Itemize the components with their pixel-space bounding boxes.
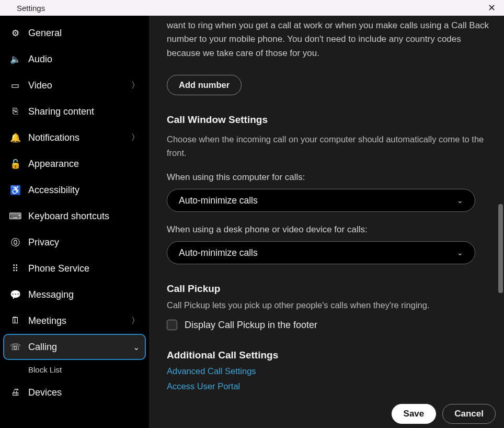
sidebar-item-label: Meetings	[28, 316, 124, 326]
keyboard-icon: ⌨	[9, 211, 21, 222]
call-pickup-heading: Call Pickup	[167, 283, 490, 295]
sidebar-item-label: Phone Service	[28, 263, 140, 274]
sidebar-item-audio[interactable]: 🔈 Audio	[3, 46, 146, 72]
body: ⚙ General 🔈 Audio ▭ Video 〉 ⎘ Sharing co…	[0, 16, 504, 428]
sidebar-item-phone-service[interactable]: ⠿ Phone Service	[3, 255, 146, 281]
cancel-button[interactable]: Cancel	[442, 404, 496, 424]
call-window-settings-heading: Call Window Settings	[167, 114, 490, 126]
sidebar: ⚙ General 🔈 Audio ▭ Video 〉 ⎘ Sharing co…	[0, 16, 149, 428]
calendar-icon: 🗓	[9, 316, 21, 326]
display-call-pickup-checkbox[interactable]	[167, 320, 177, 330]
chevron-down-icon: ⌄	[457, 196, 463, 205]
computer-calls-label: When using this computer for calls:	[167, 172, 490, 183]
titlebar: Settings ✕	[0, 0, 504, 16]
sidebar-item-notifications[interactable]: 🔔 Notifications 〉	[3, 125, 146, 151]
additional-call-settings-heading: Additional Call Settings	[167, 350, 490, 361]
sidebar-item-label: Sharing content	[28, 106, 140, 117]
add-number-button[interactable]: Add number	[167, 75, 242, 95]
deskphone-calls-select[interactable]: Auto-minimize calls ⌄	[167, 241, 475, 264]
window-title: Settings	[17, 4, 45, 13]
sidebar-item-label: Messaging	[28, 289, 140, 300]
sidebar-item-appearance[interactable]: 🔓 Appearance	[3, 151, 146, 177]
sidebar-item-privacy[interactable]: ⓪ Privacy	[3, 229, 146, 255]
close-icon[interactable]: ✕	[485, 2, 499, 14]
sidebar-item-accessibility[interactable]: ♿ Accessibility	[3, 177, 146, 203]
call-pickup-desc: Call Pickup lets you pick up other peopl…	[167, 299, 490, 312]
sidebar-item-label: Notifications	[28, 132, 124, 143]
intro-text: want to ring when you get a call at work…	[167, 19, 490, 60]
phone-icon: ☏	[9, 342, 21, 353]
sidebar-item-label: Appearance	[28, 159, 140, 170]
deskphone-calls-label: When using a desk phone or video device …	[167, 224, 490, 235]
chevron-right-icon: 〉	[131, 132, 140, 143]
chevron-down-icon: ⌄	[133, 342, 140, 352]
chevron-right-icon: 〉	[131, 80, 140, 91]
sidebar-item-label: Privacy	[28, 237, 140, 248]
sidebar-item-keyboard-shortcuts[interactable]: ⌨ Keyboard shortcuts	[3, 203, 146, 229]
video-icon: ▭	[9, 80, 21, 91]
sidebar-item-label: Accessibility	[28, 185, 140, 196]
share-icon: ⎘	[9, 106, 21, 117]
call-window-settings-desc: Choose when the incoming call on your co…	[167, 133, 490, 160]
main-scroll[interactable]: want to ring when you get a call at work…	[149, 16, 504, 402]
main-panel: want to ring when you get a call at work…	[149, 16, 504, 428]
sidebar-item-meetings[interactable]: 🗓 Meetings 〉	[3, 308, 146, 334]
privacy-icon: ⓪	[9, 236, 21, 249]
computer-calls-select[interactable]: Auto-minimize calls ⌄	[167, 189, 475, 212]
lock-icon: 🔓	[9, 159, 21, 170]
select-value: Auto-minimize calls	[179, 195, 258, 206]
chevron-right-icon: 〉	[131, 316, 140, 326]
sidebar-item-label: Audio	[28, 54, 140, 65]
sidebar-item-label: Calling	[28, 342, 125, 353]
save-button[interactable]: Save	[392, 404, 437, 424]
sidebar-item-label: General	[28, 28, 140, 39]
sidebar-item-sharing-content[interactable]: ⎘ Sharing content	[3, 98, 146, 125]
display-call-pickup-row[interactable]: Display Call Pickup in the footer	[167, 320, 490, 331]
bell-icon: 🔔	[9, 132, 21, 143]
sidebar-subitem-block-list[interactable]: Block List	[3, 360, 146, 379]
chat-icon: 💬	[9, 289, 21, 300]
speaker-icon: 🔈	[9, 54, 21, 65]
accessibility-icon: ♿	[9, 185, 21, 196]
link-advanced-call-settings[interactable]: Advanced Call Settings	[167, 366, 490, 376]
sidebar-item-devices[interactable]: 🖨 Devices	[3, 379, 146, 406]
sidebar-item-calling[interactable]: ☏ Calling ⌄	[3, 334, 146, 360]
dialpad-icon: ⠿	[9, 263, 21, 274]
footer: Save Cancel	[149, 402, 504, 428]
devices-icon: 🖨	[9, 387, 21, 398]
gear-icon: ⚙	[9, 28, 21, 39]
sidebar-item-messaging[interactable]: 💬 Messaging	[3, 281, 146, 308]
sidebar-item-video[interactable]: ▭ Video 〉	[3, 72, 146, 98]
chevron-down-icon: ⌄	[457, 249, 463, 257]
select-value: Auto-minimize calls	[179, 247, 258, 258]
scrollbar-thumb[interactable]	[498, 204, 503, 293]
link-access-user-portal[interactable]: Access User Portal	[167, 381, 490, 391]
sidebar-item-label: Video	[28, 80, 124, 91]
sidebar-item-label: Devices	[28, 387, 140, 398]
display-call-pickup-label: Display Call Pickup in the footer	[185, 320, 317, 331]
sidebar-item-general[interactable]: ⚙ General	[3, 20, 146, 46]
sidebar-item-label: Keyboard shortcuts	[28, 211, 140, 222]
